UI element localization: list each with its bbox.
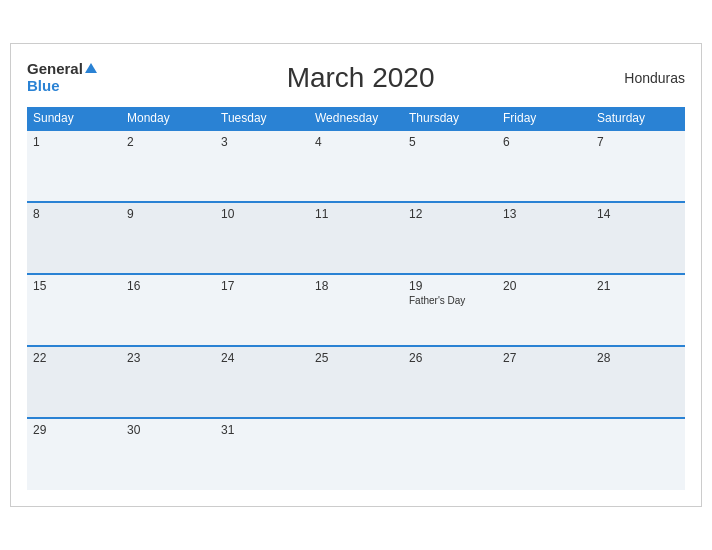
calendar-cell: 25 — [309, 346, 403, 418]
day-number: 28 — [597, 351, 679, 365]
calendar-cell — [403, 418, 497, 490]
calendar-cell: 8 — [27, 202, 121, 274]
calendar-title: March 2020 — [287, 62, 435, 94]
country-label: Honduras — [624, 70, 685, 86]
day-number: 3 — [221, 135, 303, 149]
calendar-cell — [497, 418, 591, 490]
calendar-cell: 6 — [497, 130, 591, 202]
day-number: 31 — [221, 423, 303, 437]
calendar-cell: 1 — [27, 130, 121, 202]
day-number: 6 — [503, 135, 585, 149]
week-row-1: 1234567 — [27, 130, 685, 202]
calendar-cell: 7 — [591, 130, 685, 202]
calendar-cell: 9 — [121, 202, 215, 274]
week-row-2: 891011121314 — [27, 202, 685, 274]
calendar-cell: 29 — [27, 418, 121, 490]
week-row-4: 22232425262728 — [27, 346, 685, 418]
weekday-header-row: SundayMondayTuesdayWednesdayThursdayFrid… — [27, 107, 685, 130]
week-row-5: 293031 — [27, 418, 685, 490]
day-number: 23 — [127, 351, 209, 365]
calendar-cell: 14 — [591, 202, 685, 274]
day-number: 24 — [221, 351, 303, 365]
day-number: 30 — [127, 423, 209, 437]
day-number: 17 — [221, 279, 303, 293]
weekday-header-saturday: Saturday — [591, 107, 685, 130]
logo-general-text: General — [27, 60, 97, 78]
day-number: 12 — [409, 207, 491, 221]
calendar-cell: 23 — [121, 346, 215, 418]
day-number: 8 — [33, 207, 115, 221]
day-number: 1 — [33, 135, 115, 149]
calendar-cell — [591, 418, 685, 490]
day-number: 22 — [33, 351, 115, 365]
calendar-cell: 20 — [497, 274, 591, 346]
calendar-cell: 28 — [591, 346, 685, 418]
calendar-cell: 12 — [403, 202, 497, 274]
weekday-header-tuesday: Tuesday — [215, 107, 309, 130]
day-number: 13 — [503, 207, 585, 221]
calendar-cell: 2 — [121, 130, 215, 202]
day-number: 10 — [221, 207, 303, 221]
weekday-header-monday: Monday — [121, 107, 215, 130]
calendar-cell: 26 — [403, 346, 497, 418]
calendar-cell: 19Father's Day — [403, 274, 497, 346]
calendar-cell: 16 — [121, 274, 215, 346]
calendar-cell: 30 — [121, 418, 215, 490]
calendar-cell: 13 — [497, 202, 591, 274]
calendar-cell: 5 — [403, 130, 497, 202]
logo-triangle-icon — [85, 63, 97, 73]
calendar-header: General Blue March 2020 Honduras — [27, 60, 685, 94]
calendar-cell: 4 — [309, 130, 403, 202]
calendar-table: SundayMondayTuesdayWednesdayThursdayFrid… — [27, 107, 685, 490]
day-number: 14 — [597, 207, 679, 221]
calendar-cell: 3 — [215, 130, 309, 202]
day-number: 18 — [315, 279, 397, 293]
day-number: 2 — [127, 135, 209, 149]
calendar-cell: 18 — [309, 274, 403, 346]
calendar-cell: 15 — [27, 274, 121, 346]
day-number: 4 — [315, 135, 397, 149]
day-number: 27 — [503, 351, 585, 365]
day-number: 21 — [597, 279, 679, 293]
weekday-header-thursday: Thursday — [403, 107, 497, 130]
logo-blue-text: Blue — [27, 78, 60, 95]
calendar-cell: 22 — [27, 346, 121, 418]
calendar-cell: 10 — [215, 202, 309, 274]
event-label: Father's Day — [409, 295, 491, 306]
calendar-cell: 17 — [215, 274, 309, 346]
day-number: 15 — [33, 279, 115, 293]
week-row-3: 1516171819Father's Day2021 — [27, 274, 685, 346]
calendar-cell: 24 — [215, 346, 309, 418]
weekday-header-sunday: Sunday — [27, 107, 121, 130]
calendar-cell: 21 — [591, 274, 685, 346]
day-number: 19 — [409, 279, 491, 293]
day-number: 29 — [33, 423, 115, 437]
day-number: 5 — [409, 135, 491, 149]
day-number: 9 — [127, 207, 209, 221]
calendar-cell: 11 — [309, 202, 403, 274]
day-number: 25 — [315, 351, 397, 365]
calendar-cell: 27 — [497, 346, 591, 418]
day-number: 11 — [315, 207, 397, 221]
day-number: 20 — [503, 279, 585, 293]
calendar-cell — [309, 418, 403, 490]
weekday-header-wednesday: Wednesday — [309, 107, 403, 130]
calendar-container: General Blue March 2020 Honduras SundayM… — [10, 43, 702, 506]
calendar-cell: 31 — [215, 418, 309, 490]
weekday-header-friday: Friday — [497, 107, 591, 130]
day-number: 26 — [409, 351, 491, 365]
logo: General Blue — [27, 60, 97, 94]
day-number: 7 — [597, 135, 679, 149]
day-number: 16 — [127, 279, 209, 293]
